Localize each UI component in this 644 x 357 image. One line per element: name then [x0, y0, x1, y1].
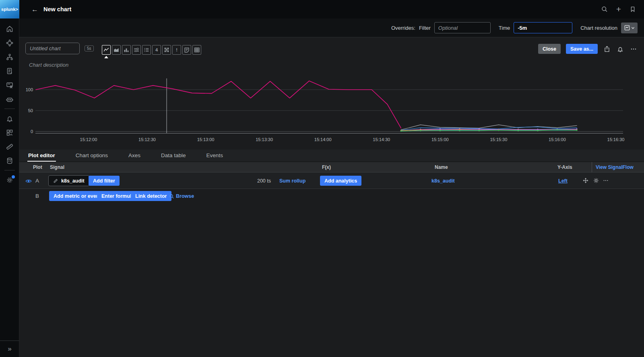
pencil-icon — [53, 178, 58, 183]
svg-text:15:16:00: 15:16:00 — [549, 137, 566, 142]
sidebar-expand-icon[interactable]: » — [0, 341, 19, 357]
svg-text:15:13:00: 15:13:00 — [197, 137, 215, 142]
tab-events[interactable]: Events — [206, 150, 224, 162]
splunk-logo-text: splunk> — [1, 7, 18, 12]
move-plot-icon[interactable] — [582, 177, 589, 184]
settings-notification-dot — [12, 175, 15, 178]
chart-type-event-feed[interactable]: ! — [172, 45, 181, 55]
tab-plot-editor[interactable]: Plot editor — [27, 150, 56, 162]
tab-chart-options[interactable]: Chart options — [75, 150, 109, 162]
editor-tabs: Plot editor Chart options Axes Data tabl… — [19, 150, 644, 162]
plot-table-header: Plot Signal F(x) Name Y-Axis View Signal… — [19, 162, 644, 172]
tab-axes[interactable]: Axes — [128, 150, 141, 162]
back-button[interactable]: ← — [31, 6, 38, 13]
svg-text:15:13:30: 15:13:30 — [256, 137, 273, 142]
plot-name-link[interactable]: k8s_audit — [431, 178, 455, 184]
sidebar-divider — [4, 109, 15, 109]
page-title: New chart — [43, 6, 71, 12]
signal-chip-label: k8s_audit — [61, 178, 85, 184]
collapse-glyph: » — [8, 345, 11, 353]
svg-text:100: 100 — [26, 87, 33, 92]
plot-visibility-eye-icon[interactable] — [25, 177, 32, 185]
add-analytics-button[interactable]: Add analytics — [320, 176, 361, 186]
time-label: Time — [499, 25, 510, 31]
sidebar-infrastructure-icon[interactable] — [0, 50, 19, 64]
bookmark-icon[interactable] — [629, 5, 637, 13]
resolution-chart-icon — [624, 25, 630, 31]
chart-resolution-label: Chart resolution — [580, 25, 617, 31]
more-options-icon[interactable] — [630, 45, 638, 53]
search-icon[interactable] — [601, 5, 609, 13]
chart-type-list[interactable] — [142, 45, 151, 55]
topbar-actions: + — [601, 5, 644, 13]
chart-type-stream[interactable] — [132, 45, 141, 55]
close-button[interactable]: Close — [538, 44, 561, 54]
chart-title-input[interactable] — [25, 43, 80, 54]
plot-row-a: A k8s_audit Add filter 200 ts Sum rollup… — [19, 172, 644, 189]
plus-glyph: + — [616, 4, 621, 14]
sidebar-settings-icon[interactable] — [0, 173, 19, 187]
add-filter-button[interactable]: Add filter — [89, 176, 120, 186]
chart-type-text[interactable] — [182, 45, 191, 55]
svg-text:15:12:30: 15:12:30 — [138, 137, 156, 142]
sidebar-apm-icon[interactable] — [0, 36, 19, 50]
header-plot: Plot — [33, 164, 42, 170]
time-range-input[interactable] — [514, 22, 572, 33]
plot-b-label: B — [35, 193, 39, 199]
tab-data-table[interactable]: Data table — [160, 150, 187, 162]
svg-text:50: 50 — [28, 108, 33, 113]
timeseries-count: 200 ts — [255, 178, 271, 184]
svg-text:15:15:30: 15:15:30 — [490, 137, 507, 142]
rollup-link[interactable]: Sum rollup — [279, 178, 305, 184]
chart-plot-area[interactable]: 05010015:12:0015:12:3015:13:0015:13:3015… — [19, 78, 644, 148]
chart-type-single-value[interactable]: 4 — [152, 45, 161, 55]
top-navigation-bar: splunk> ← New chart + — [0, 0, 644, 18]
chart-resolution-dropdown[interactable] — [621, 23, 638, 33]
svg-text:0: 0 — [31, 129, 33, 134]
filter-input[interactable] — [434, 22, 491, 33]
view-signalflow-cell: View SignalFlow — [592, 162, 644, 172]
yaxis-left-link[interactable]: Left — [558, 178, 568, 184]
chart-type-area[interactable] — [112, 45, 121, 55]
alert-bell-icon[interactable] — [616, 45, 624, 53]
sidebar-bottom: » — [0, 341, 19, 357]
plot-a-label: A — [35, 178, 39, 184]
sidebar-data-management-icon[interactable] — [0, 154, 19, 168]
chart-editor: 5s 4 ! — [19, 37, 644, 357]
chart-type-selector: 4 ! — [102, 45, 201, 55]
header-yaxis: Y-Axis — [557, 164, 572, 170]
sidebar-log-observer-icon[interactable] — [0, 64, 19, 78]
app-window: splunk> ← New chart + Overrides: Filter … — [0, 0, 644, 357]
overrides-bar: Overrides: Filter Time Chart resolution — [19, 18, 644, 37]
chart-type-heatmap[interactable] — [162, 45, 171, 55]
sidebar-dashboards-icon[interactable] — [0, 78, 19, 92]
refresh-rate-badge: 5s — [85, 45, 94, 51]
header-name: Name — [435, 164, 448, 170]
splunk-logo[interactable]: splunk> — [0, 0, 19, 18]
plot-row-b: B Add metric or event Enter formula Link… — [19, 189, 644, 204]
create-plus-icon[interactable]: + — [615, 5, 623, 13]
chart-type-column[interactable] — [122, 45, 131, 55]
signal-chip-k8s-audit[interactable]: k8s_audit — [48, 175, 89, 186]
browse-link[interactable]: Browse — [169, 193, 194, 199]
sidebar-alerts-icon[interactable] — [0, 111, 19, 125]
single-value-glyph: 4 — [155, 47, 158, 52]
filter-label: Filter — [419, 25, 431, 31]
sidebar-home-icon[interactable] — [0, 22, 19, 36]
view-signalflow-link[interactable]: View SignalFlow — [596, 164, 634, 170]
sidebar-dashboard-groups-icon[interactable] — [0, 125, 19, 140]
sidebar-ai-assistant-icon[interactable] — [0, 92, 19, 106]
save-as-button[interactable]: Save as... — [566, 44, 598, 54]
chart-type-table[interactable] — [192, 45, 201, 55]
sidebar-metrics-icon[interactable] — [0, 140, 19, 154]
svg-text:15:12:00: 15:12:00 — [80, 137, 97, 142]
share-icon[interactable] — [603, 45, 611, 53]
chart-description-placeholder[interactable]: Chart description — [29, 62, 68, 68]
link-detector-button[interactable]: Link detector — [131, 191, 171, 201]
browse-search-icon — [169, 194, 174, 199]
chart-type-line[interactable] — [102, 45, 111, 55]
plot-more-options-icon[interactable] — [602, 177, 609, 184]
svg-text:15:14:30: 15:14:30 — [373, 137, 390, 142]
overrides-label: Overrides: — [391, 25, 415, 31]
plot-color-icon[interactable] — [592, 177, 600, 184]
